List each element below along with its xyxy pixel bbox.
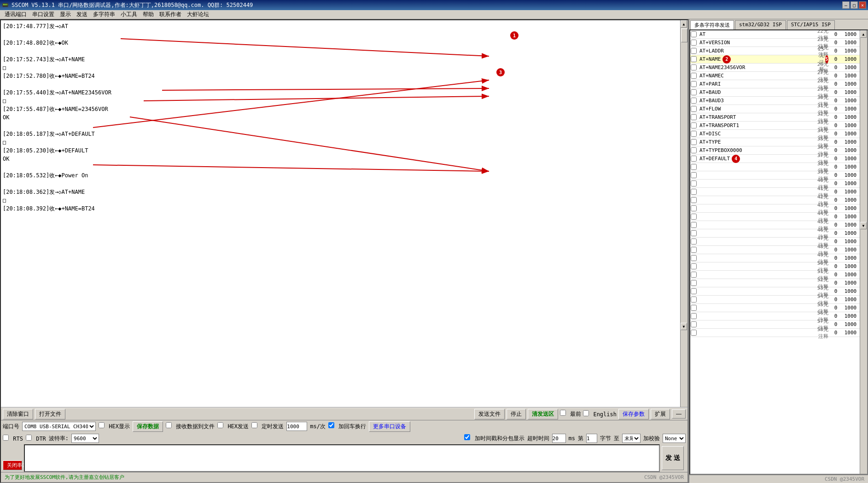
log-scrollbar[interactable]: ▲ ▼ [680, 20, 687, 407]
rts-checkbox[interactable] [3, 435, 9, 441]
cmd-check-13[interactable] [691, 131, 697, 137]
send-button[interactable]: 发 送 [662, 446, 684, 470]
cmd-check-14[interactable] [691, 139, 697, 145]
dtr-checkbox[interactable] [26, 435, 32, 441]
close-port-button[interactable]: 关闭串口 [3, 460, 22, 470]
send-file-button[interactable]: 发送文件 [474, 409, 505, 419]
list-item[interactable]: 42无注释01000 [690, 196, 860, 204]
to-select[interactable]: 末尾 [622, 434, 641, 443]
cmd-row-baud[interactable]: AT+BAUD 29无注释 0 1000 [690, 88, 860, 97]
timed-send-checkbox[interactable] [251, 422, 257, 428]
cmd-row-at[interactable]: AT 22无注释 0 1000 [690, 30, 860, 39]
recv-to-file-checkbox[interactable] [166, 422, 172, 428]
cmd-check-8[interactable] [691, 89, 697, 95]
list-item[interactable]: 43无注释01000 [690, 204, 860, 213]
cmd-check-16[interactable] [691, 156, 697, 162]
menu-display[interactable]: 显示 [57, 10, 74, 19]
tab-multistring[interactable]: 多条字符串发送 [690, 20, 734, 30]
list-item[interactable]: 47无注释01000 [690, 238, 860, 246]
cmd-row-namec[interactable]: AT+NAMEC 27无注释 0 1000 [690, 72, 860, 80]
cmd-check-1[interactable] [691, 31, 697, 37]
cmd-check-10[interactable] [691, 106, 697, 112]
stop-button[interactable]: 停止 [507, 409, 526, 419]
english-checkbox[interactable] [583, 410, 589, 416]
timed-interval-input[interactable] [286, 422, 307, 431]
close-button[interactable]: × [859, 1, 866, 9]
menu-contact[interactable]: 联系作者 [157, 10, 184, 19]
cmd-check-6[interactable] [691, 73, 697, 79]
list-item[interactable]: 40无注释01000 [690, 180, 860, 188]
cmd-check-5[interactable] [691, 64, 697, 70]
more-ports-button[interactable]: 更多串口设备 [369, 421, 410, 432]
byte-num-input[interactable] [586, 434, 597, 443]
list-item[interactable]: 39无注释01000 [690, 171, 860, 180]
port-select[interactable]: COM8 USB-SERIAL CH340 [22, 422, 96, 431]
cmd-row-version[interactable]: AT+VERSION 23无注释 0 1000 [690, 39, 860, 47]
menu-send[interactable]: 发送 [74, 10, 90, 19]
checksum-select[interactable]: None [663, 434, 686, 443]
add-newline-checkbox[interactable] [328, 422, 334, 428]
list-item[interactable]: 56无注释01000 [690, 312, 860, 320]
clear-send-button[interactable]: 清发送区 [528, 409, 558, 419]
open-file-button[interactable]: 打开文件 [35, 409, 65, 419]
expand-button[interactable]: 扩展 [651, 409, 670, 419]
clear-window-button[interactable]: 清除窗口 [3, 409, 33, 419]
cmd-row-disc[interactable]: AT+DISC 34无注释 0 1000 [690, 130, 860, 138]
list-item[interactable]: 57无注释01000 [690, 320, 860, 329]
cmd-row-baud3[interactable]: AT+BAUD3 30无注释 0 1000 [690, 97, 860, 105]
last-checkbox[interactable] [560, 410, 566, 416]
cmd-row-laddr[interactable]: AT+LADDR 24无注释 0 1000 [690, 47, 860, 55]
list-item[interactable]: 54无注释01000 [690, 296, 860, 304]
cmd-row-pari[interactable]: AT+PARI 28无注释 0 1000 [690, 80, 860, 88]
cmd-row-transport[interactable]: AT+TRANSPORT 32无注释 0 1000 [690, 113, 860, 122]
cmd-row-default[interactable]: AT+DEFAULT 4 37无注释 0 1000 [690, 155, 860, 163]
menu-port-settings[interactable]: 串口设置 [29, 10, 57, 19]
list-item[interactable]: 53无注释01000 [690, 287, 860, 296]
cmd-check-12[interactable] [691, 122, 697, 128]
menu-multistring[interactable]: 多字符串 [90, 10, 118, 19]
cmd-check-4[interactable] [691, 56, 697, 62]
log-area[interactable]: [20:17:48.777]发→◇AT [20:17:48.802]收←◆OK … [1, 20, 680, 407]
list-item[interactable]: 50无注释01000 [690, 262, 860, 271]
save-params-button[interactable]: 保存参数 [618, 409, 649, 419]
collapse-button[interactable]: — [672, 409, 686, 419]
save-data-button[interactable]: 保存数据 [133, 421, 163, 432]
cmd-check-11[interactable] [691, 114, 697, 120]
cmd-check-3[interactable] [691, 48, 697, 54]
maximize-button[interactable]: □ [851, 1, 858, 9]
menu-help[interactable]: 帮助 [140, 10, 157, 19]
list-item[interactable]: 38无注释01000 [690, 163, 860, 171]
hex-display-checkbox[interactable] [99, 422, 105, 428]
menu-comport[interactable]: 通讯端口 [2, 10, 29, 19]
list-item[interactable]: 44无注释01000 [690, 213, 860, 221]
cmd-check-2[interactable] [691, 40, 697, 46]
cmd-check-7[interactable] [691, 81, 697, 87]
menu-forum[interactable]: 大虾论坛 [184, 10, 212, 19]
right-scrollbar[interactable]: ▲ ▼ [860, 30, 867, 474]
cmd-row-flow[interactable]: AT+FLOW 31无注释 0 1000 [690, 105, 860, 113]
cmd-row-type[interactable]: AT+TYPE 35无注释 0 1000 [690, 138, 860, 146]
list-item[interactable]: 49无注释01000 [690, 254, 860, 262]
list-item[interactable]: 58无注释01000 [690, 329, 860, 337]
tab-stm32-isp[interactable]: stm32/GD32 ISP [735, 20, 786, 29]
list-item[interactable]: 46无注释01000 [690, 229, 860, 238]
timeout-input[interactable] [552, 434, 566, 443]
list-item[interactable]: 52无注释01000 [690, 279, 860, 287]
hex-send-checkbox[interactable] [217, 422, 223, 428]
list-item[interactable]: 51无注释01000 [690, 271, 860, 279]
list-item[interactable]: 48无注释01000 [690, 246, 860, 254]
cmd-row-typebox[interactable]: AT+TYPEBOX0000 36无注释 0 1000 [690, 146, 860, 155]
cmd-row-transport1[interactable]: AT+TRANSPORT1 33无注释 0 1000 [690, 122, 860, 130]
timestamp-checkbox[interactable] [464, 434, 470, 440]
cmd-row-name[interactable]: AT+NAME 2 25无注释 5 0 1000 [690, 55, 860, 64]
baud-select[interactable]: 9600 [71, 434, 99, 443]
list-item[interactable]: 45无注释01000 [690, 221, 860, 229]
cmd-check-9[interactable] [691, 98, 697, 104]
list-item[interactable]: 55无注释01000 [690, 304, 860, 312]
minimize-button[interactable]: — [842, 1, 850, 9]
cmd-check-15[interactable] [691, 147, 697, 153]
menu-tools[interactable]: 小工具 [118, 10, 140, 19]
cmd-row-name23456vor[interactable]: AT+NAME23456VOR 26无注释 0 1000 [690, 64, 860, 72]
tab-stc-iap15[interactable]: STC/IAP15 ISP [787, 20, 835, 29]
list-item[interactable]: 41无注释01000 [690, 188, 860, 196]
